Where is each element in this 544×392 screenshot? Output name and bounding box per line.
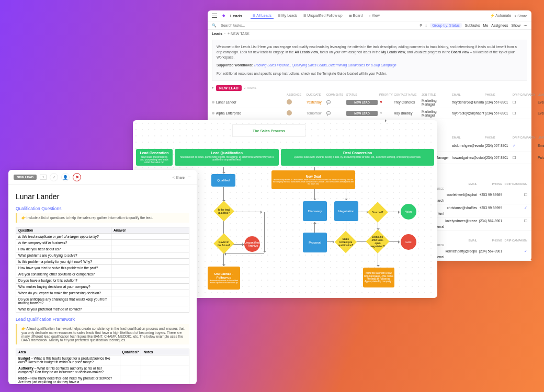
assignees-toggle[interactable]: Assignees — [491, 24, 508, 27]
comments-cell[interactable]: 💬 — [326, 111, 345, 116]
assignee-cell[interactable] — [287, 99, 305, 105]
email: christanar@shuffles — [447, 206, 477, 210]
filter-icon[interactable]: ⚲ — [420, 24, 422, 28]
decision-lapsed[interactable]: Revisit in the future? — [213, 233, 234, 254]
drip-checkbox[interactable]: ☐ — [513, 100, 536, 105]
automate-button[interactable]: ⚡ Automate — [490, 14, 512, 18]
decision-qualified[interactable]: Is the lead qualified? — [213, 201, 234, 222]
drip-checkbox[interactable]: ✓ — [524, 206, 527, 210]
node-unq-archive[interactable]: Unqualified - Archive — [244, 236, 260, 252]
notes-cell[interactable] — [141, 355, 189, 365]
chevron-down-icon[interactable]: ▾ — [212, 86, 214, 90]
qualified-cell[interactable] — [120, 375, 141, 385]
qualified-cell[interactable] — [120, 365, 141, 375]
check-icon[interactable]: ✓ — [50, 173, 58, 181]
notes-cell[interactable] — [141, 365, 189, 375]
status-cell[interactable]: NEW LEAD — [346, 111, 378, 116]
tab-board[interactable]: ▦Board — [347, 13, 365, 19]
answer-cell[interactable] — [111, 306, 189, 313]
qualified-cell[interactable] — [120, 355, 141, 365]
flag-icon[interactable]: ⚑ — [73, 173, 81, 181]
table-row[interactable]: Alpha Enterprise Tomorrow 💬 NEW LEAD ⚑ R… — [208, 108, 531, 119]
email: raybradley@alphaent — [452, 111, 483, 115]
node-qualified[interactable]: Qualified — [211, 174, 235, 187]
comments-cell[interactable]: 💬 — [326, 100, 345, 105]
more-icon[interactable]: ⋯ — [524, 24, 527, 28]
breadcrumb-title: Leads — [212, 32, 222, 36]
answer-cell[interactable] — [111, 234, 189, 240]
answer-cell[interactable] — [111, 252, 189, 259]
table-row: What problems are you trying to solve? — [16, 252, 189, 259]
drip-checkbox[interactable]: ✓ — [524, 249, 527, 253]
share-button[interactable]: < Share — [173, 176, 185, 179]
table-row: Need – How badly does this lead need my … — [16, 375, 189, 385]
node-new-deal[interactable]: New Deal Automatically moves to Deals Li… — [271, 170, 355, 189]
workflows-link[interactable]: Tracking Sales Pipeline., Qualifying Sal… — [254, 63, 396, 67]
priority-flag-icon[interactable]: ⚑ — [379, 111, 392, 116]
status-cell[interactable]: NEW LEAD — [346, 100, 378, 105]
tab-unqualified[interactable]: ☰Unqualified Follow-up — [301, 13, 344, 19]
priority-flag-icon[interactable]: ⚑ — [379, 100, 392, 105]
subtasks-toggle[interactable]: Subtasks — [465, 24, 480, 27]
answer-cell[interactable] — [111, 265, 189, 271]
decision-content[interactable]: Sales content pre qualification? — [335, 231, 357, 253]
stage-headers: Lead GenerationNew leads and prospects a… — [136, 149, 434, 166]
lead-source: Event — [538, 111, 544, 115]
answer-cell[interactable] — [111, 290, 189, 296]
drip-checkbox[interactable]: ☐ — [513, 111, 536, 116]
decision-discount[interactable]: Discount/ offer to re-open negotiation? — [366, 229, 389, 253]
avatar — [287, 99, 292, 105]
menu-icon[interactable] — [212, 14, 217, 18]
answer-cell[interactable] — [111, 284, 189, 290]
table-row: Is the company still in business? — [16, 240, 189, 246]
answer-cell[interactable] — [111, 259, 189, 265]
pin-icon[interactable]: ◆ — [222, 14, 225, 18]
arrow — [224, 253, 264, 254]
answer-cell[interactable] — [111, 246, 189, 252]
assignee-icon[interactable]: 👤 — [61, 173, 70, 181]
node-drip-note[interactable]: Mark the task with a new Drip Campaign –… — [363, 268, 394, 287]
answer-cell[interactable] — [111, 278, 189, 284]
node-discovery[interactable]: Discovery — [303, 201, 327, 221]
node-won[interactable]: Won — [401, 204, 416, 220]
share-button[interactable]: < Share — [514, 14, 527, 18]
drip-checkbox[interactable]: ☐ — [513, 156, 536, 160]
node-proposal[interactable]: Proposal — [303, 233, 327, 252]
phone: (234) 567-8901 — [485, 111, 511, 115]
node-unq-followup[interactable]: Unqualified - Follow-up Automatically mo… — [208, 267, 240, 290]
email: kennethpatty@redpa — [446, 249, 477, 253]
status-dot-icon — [212, 112, 214, 114]
tab-all-leads[interactable]: ☰All Leads — [251, 13, 274, 19]
answer-cell[interactable] — [111, 240, 189, 246]
drip-checkbox[interactable]: ☐ — [524, 219, 527, 223]
drip-checkbox[interactable]: ✓ — [513, 144, 536, 148]
section-heading: Qualification Questions — [16, 206, 189, 211]
table-row: Who makes buying decisions at your compa… — [16, 284, 189, 290]
node-negotiation[interactable]: Negotiation — [334, 201, 358, 221]
groupby-pill[interactable]: Group by: Status — [430, 23, 462, 28]
notes-cell[interactable] — [141, 375, 189, 385]
tab-my-leads[interactable]: ☰My Leads — [276, 13, 299, 19]
tab-add-view[interactable]: +View — [367, 13, 382, 19]
decision-sourced[interactable]: Sourced? — [367, 202, 388, 223]
table-row[interactable]: Lunar Lander Yesterday 💬 NEW LEAD ⚑ Trey… — [208, 97, 531, 108]
breadcrumb-newtask[interactable]: NEW TASK — [231, 32, 250, 36]
me-toggle[interactable]: Me — [483, 24, 488, 27]
answer-cell[interactable] — [111, 296, 189, 306]
question-cell: Is the company still in business? — [16, 240, 111, 246]
question-cell: How have you tried to solve this problem… — [16, 265, 111, 271]
node-lost[interactable]: Lost — [401, 234, 416, 250]
arrow — [326, 241, 334, 242]
show-toggle[interactable]: Show — [511, 24, 520, 27]
stage-leadgen: Lead GenerationNew leads and prospects a… — [136, 149, 173, 166]
plus-icon: + — [369, 14, 371, 17]
questions-table: Question Answer Is this lead a duplicate… — [16, 227, 189, 313]
drip-checkbox[interactable]: ☐ — [524, 193, 527, 197]
answer-cell[interactable] — [111, 271, 189, 278]
status-pill[interactable]: NEW LEAD — [216, 85, 242, 91]
search-input[interactable] — [221, 24, 263, 27]
more-icon[interactable]: ⋯ — [188, 175, 191, 179]
assignee-cell[interactable] — [287, 110, 305, 116]
sort-icon[interactable]: ↕ — [425, 24, 427, 27]
status-badge[interactable]: NEW LEAD — [14, 175, 37, 180]
